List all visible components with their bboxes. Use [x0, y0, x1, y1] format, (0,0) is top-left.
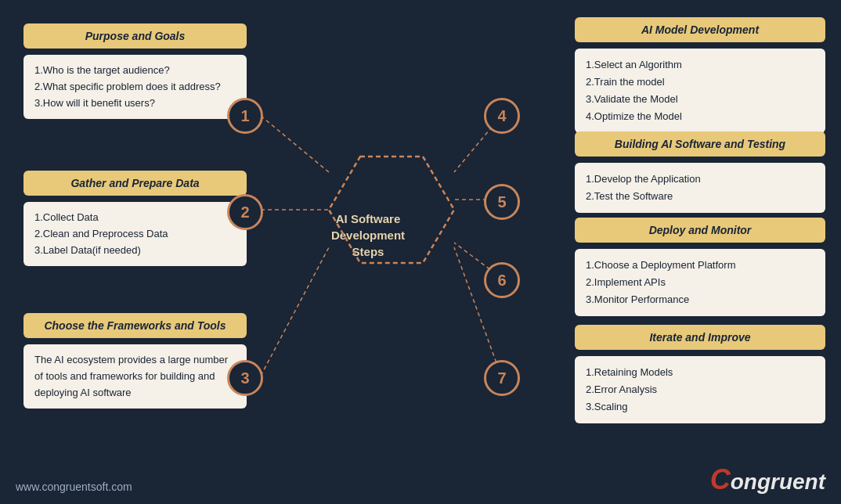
- card-group-2: Gather and Prepare Data 1.Collect Data 2…: [23, 171, 247, 266]
- footer-url: www.congruentsoft.com: [16, 481, 132, 493]
- hexagon-center: AI Software Development Steps: [298, 157, 439, 313]
- card-body-4: 1.Select an Algorithm 2.Train the model …: [575, 49, 825, 133]
- brand-logo: Congruent: [710, 463, 825, 496]
- card-body-7-line3: 3.Scaling: [586, 398, 814, 416]
- number-circle-6: 6: [484, 262, 520, 298]
- card-body-2-line3: 3.Label Data(if needed): [34, 243, 236, 259]
- card-body-3: The AI ecosystem provides a large number…: [23, 344, 247, 409]
- card-body-4-line3: 3.Validate the Model: [586, 91, 814, 108]
- hexagon-title: AI Software Development Steps: [317, 211, 419, 260]
- card-body-6-line2: 2.Implement APIs: [586, 274, 814, 291]
- card-header-2: Gather and Prepare Data: [23, 171, 247, 196]
- card-body-7: 1.Retaining Models 2.Error Analysis 3.Sc…: [575, 356, 825, 423]
- number-circle-3: 3: [227, 360, 263, 396]
- number-circle-5: 5: [484, 184, 520, 220]
- card-body-7-line1: 1.Retaining Models: [586, 364, 814, 381]
- card-group-6: Deploy and Monitor 1.Choose a Deployment…: [575, 218, 825, 316]
- card-body-1-line3: 3.How will it benefit users?: [34, 95, 236, 112]
- card-body-1: 1.Who is the target audience? 2.What spe…: [23, 55, 247, 119]
- card-header-6: Deploy and Monitor: [575, 218, 825, 243]
- card-group-3: Choose the Frameworks and Tools The AI e…: [23, 313, 247, 409]
- card-body-6-line1: 1.Choose a Deployment Platform: [586, 257, 814, 274]
- card-header-7: Iterate and Improve: [575, 325, 825, 350]
- card-group-5: Building AI Software and Testing 1.Devel…: [575, 131, 825, 213]
- number-circle-1: 1: [227, 98, 263, 134]
- card-body-6-line3: 3.Monitor Performance: [586, 291, 814, 308]
- card-body-1-line2: 2.What specific problem does it address?: [34, 79, 236, 95]
- card-group-1: Purpose and Goals 1.Who is the target au…: [23, 23, 247, 119]
- brand-rest: ongruent: [731, 470, 825, 494]
- number-circle-4: 4: [484, 98, 520, 134]
- card-header-4: AI Model Development: [575, 17, 825, 42]
- number-circle-2: 2: [227, 194, 263, 230]
- main-container: AI Software Development Steps Purpose an…: [0, 0, 841, 504]
- card-body-1-line1: 1.Who is the target audience?: [34, 63, 236, 79]
- card-body-4-line1: 1.Select an Algorithm: [586, 56, 814, 74]
- card-body-5: 1.Develop the Application 2.Test the Sof…: [575, 163, 825, 213]
- number-circle-7: 7: [484, 360, 520, 396]
- card-group-4: AI Model Development 1.Select an Algorit…: [575, 17, 825, 133]
- card-body-2-line1: 1.Collect Data: [34, 210, 236, 226]
- card-header-1: Purpose and Goals: [23, 23, 247, 49]
- card-body-4-line2: 2.Train the model: [586, 74, 814, 91]
- card-body-7-line2: 2.Error Analysis: [586, 381, 814, 398]
- card-body-3-line1: The AI ecosystem provides a large number…: [34, 352, 236, 401]
- card-body-4-line4: 4.Optimize the Model: [586, 108, 814, 125]
- card-header-3: Choose the Frameworks and Tools: [23, 313, 247, 338]
- card-header-5: Building AI Software and Testing: [575, 131, 825, 157]
- brand-c: C: [710, 463, 731, 495]
- card-group-7: Iterate and Improve 1.Retaining Models 2…: [575, 325, 825, 423]
- card-body-2: 1.Collect Data 2.Clean and Preprocess Da…: [23, 202, 247, 266]
- card-body-2-line2: 2.Clean and Preprocess Data: [34, 226, 236, 243]
- card-body-6: 1.Choose a Deployment Platform 2.Impleme…: [575, 249, 825, 316]
- card-body-5-line1: 1.Develop the Application: [586, 171, 814, 188]
- card-body-5-line2: 2.Test the Software: [586, 188, 814, 205]
